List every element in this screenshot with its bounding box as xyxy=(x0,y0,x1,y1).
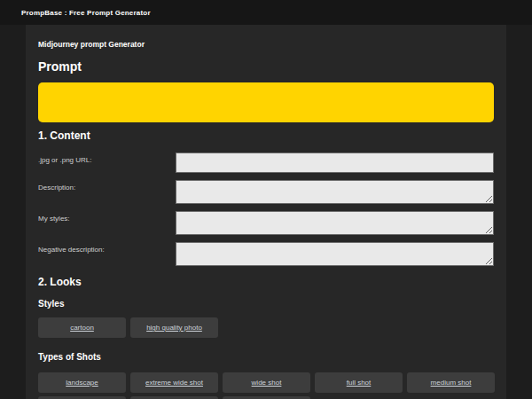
url-field-label: .jpg or .png URL: xyxy=(38,153,176,165)
app-header: PrompBase : Free Prompt Generator xyxy=(0,0,532,25)
negative-description-field-row: Negative description: xyxy=(38,242,494,266)
prompt-output[interactable] xyxy=(38,82,494,122)
shot-options-row: landscape extreme wide shot wide shot fu… xyxy=(38,372,494,393)
shot-option-landscape[interactable]: landscape xyxy=(38,372,126,393)
style-option-high-quality-photo[interactable]: high quality photo xyxy=(130,317,218,338)
my-styles-textarea[interactable] xyxy=(176,211,494,235)
url-input[interactable] xyxy=(176,153,494,173)
shot-option-extreme-wide-shot[interactable]: extreme wide shot xyxy=(130,372,218,393)
description-textarea[interactable] xyxy=(176,180,494,204)
negative-description-field-label: Negative description: xyxy=(38,242,176,254)
page-container: Midjourney prompt Generator Prompt 1. Co… xyxy=(26,25,506,399)
app-title: PrompBase : Free Prompt Generator xyxy=(21,9,151,17)
style-option-cartoon[interactable]: cartoon xyxy=(38,317,126,338)
negative-description-textarea[interactable] xyxy=(176,242,494,266)
my-styles-field-row: My styles: xyxy=(38,211,494,235)
looks-section-heading: 2. Looks xyxy=(38,277,494,289)
page-subtitle: Midjourney prompt Generator xyxy=(38,41,494,49)
shot-option-wide-shot[interactable]: wide shot xyxy=(223,372,310,393)
shots-subheading: Types of Shots xyxy=(38,352,494,362)
prompt-heading: Prompt xyxy=(38,59,494,74)
my-styles-field-label: My styles: xyxy=(38,211,176,223)
shot-option-full-shot[interactable]: full shot xyxy=(315,372,403,393)
description-field-row: Description: xyxy=(38,180,494,204)
shot-option-medium-shot[interactable]: medium shot xyxy=(407,372,495,393)
description-field-label: Description: xyxy=(38,180,176,192)
styles-subheading: Styles xyxy=(38,299,494,309)
url-field-row: .jpg or .png URL: xyxy=(38,153,494,173)
style-options-row: cartoon high quality photo xyxy=(38,317,494,338)
content-section-heading: 1. Content xyxy=(38,130,494,143)
